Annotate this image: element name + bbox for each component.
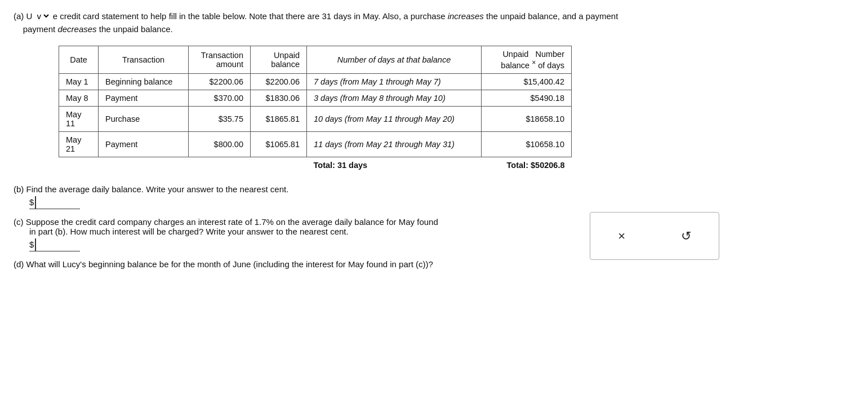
cell-trans-amount-4: $800.00 [189, 131, 251, 157]
question-b: (b) Find the average daily balance. Writ… [14, 184, 854, 209]
cell-transaction-2: Payment [99, 90, 189, 106]
cell-transaction-1: Beginning balance [99, 73, 189, 90]
part-a-text2: the unpaid balance, and a payment [486, 11, 618, 21]
part-a-decreases: decreases [57, 24, 96, 34]
question-c-input-container: $ [29, 238, 80, 251]
cell-unpaid-4: $1065.81 [251, 131, 307, 157]
cell-num-days-1: 7 days (from May 1 through May 7) [307, 73, 482, 90]
totals-row: Total: 31 days Total: $50206.8 [59, 157, 572, 173]
col-header-product: Unpaid Numberbalance × of days [482, 46, 572, 74]
question-c: (c) Suppose the credit card company char… [14, 217, 854, 251]
table-section: Date Transaction Transaction amount Unpa… [14, 46, 854, 173]
question-c-label-2: in part (b). How much interest will be c… [29, 227, 854, 236]
total-empty [59, 157, 307, 173]
table-row: May 21 Payment $800.00 $1065.81 11 days … [59, 131, 572, 157]
total-days-cell: Total: 31 days [307, 157, 482, 173]
total-product-value: $50206.8 [531, 161, 564, 170]
total-product-label: Total: [507, 161, 528, 170]
question-b-label: (b) Find the average daily balance. Writ… [14, 184, 854, 194]
col-header-unpaid-balance: Unpaid balance [251, 46, 307, 74]
cell-trans-amount-1: $2200.06 [189, 73, 251, 90]
credit-card-table: Date Transaction Transaction amount Unpa… [59, 46, 572, 173]
part-a-prefix: (a) U [14, 11, 32, 21]
question-b-input-container: $ [29, 196, 80, 209]
clear-button[interactable]: × [618, 229, 625, 244]
col-header-trans-amount: Transaction amount [189, 46, 251, 74]
cell-product-3: $18658.10 [482, 106, 572, 131]
cell-num-days-3: 10 days (from May 11 through May 20) [307, 106, 482, 131]
header-text: (a) U v e credit card statement to help … [14, 10, 633, 36]
question-c-label-1: (c) Suppose the credit card company char… [14, 217, 854, 227]
table-row: May 1 Beginning balance $2200.06 $2200.0… [59, 73, 572, 90]
question-c-input[interactable] [35, 238, 80, 251]
cell-date-4: May 21 [59, 131, 99, 157]
part-a-increases: increases [448, 11, 484, 21]
cell-unpaid-2: $1830.06 [251, 90, 307, 106]
page-wrapper: (a) U v e credit card statement to help … [14, 10, 854, 269]
table-row: May 11 Purchase $35.75 $1865.81 10 days … [59, 106, 572, 131]
undo-button[interactable]: ↺ [681, 229, 691, 244]
part-a-text3: the unpaid balance. [99, 24, 173, 34]
cell-unpaid-3: $1865.81 [251, 106, 307, 131]
total-days-label: Total: [314, 161, 335, 170]
part-a-dropdown[interactable]: v [35, 11, 51, 21]
question-d-label: (d) What will Lucy's beginning balance b… [14, 259, 854, 269]
table-row: May 8 Payment $370.00 $1830.06 3 days (f… [59, 90, 572, 106]
cell-date-1: May 1 [59, 73, 99, 90]
cell-product-4: $10658.10 [482, 131, 572, 157]
cell-product-2: $5490.18 [482, 90, 572, 106]
question-c-dollar-sign: $ [29, 240, 34, 249]
cell-num-days-4: 11 days (from May 21 through May 31) [307, 131, 482, 157]
question-d: (d) What will Lucy's beginning balance b… [14, 259, 854, 269]
action-buttons-box: × ↺ [590, 212, 719, 260]
cell-date-3: May 11 [59, 106, 99, 131]
cell-unpaid-1: $2200.06 [251, 73, 307, 90]
question-b-dollar-sign: $ [29, 197, 34, 207]
cell-transaction-3: Purchase [99, 106, 189, 131]
total-days-value: 31 days [337, 161, 367, 170]
col-header-date: Date [59, 46, 99, 74]
cell-trans-amount-3: $35.75 [189, 106, 251, 131]
cell-num-days-2: 3 days (from May 8 through May 10) [307, 90, 482, 106]
total-product-cell: Total: $50206.8 [482, 157, 572, 173]
cell-product-1: $15,400.42 [482, 73, 572, 90]
cell-transaction-4: Payment [99, 131, 189, 157]
part-a-text: e credit card statement to help fill in … [53, 11, 446, 21]
col-header-transaction: Transaction [99, 46, 189, 74]
col-header-num-days: Number of days at that balance [307, 46, 482, 74]
question-b-input[interactable] [35, 196, 80, 209]
cell-trans-amount-2: $370.00 [189, 90, 251, 106]
cell-date-2: May 8 [59, 90, 99, 106]
questions-section: (b) Find the average daily balance. Writ… [14, 184, 854, 269]
